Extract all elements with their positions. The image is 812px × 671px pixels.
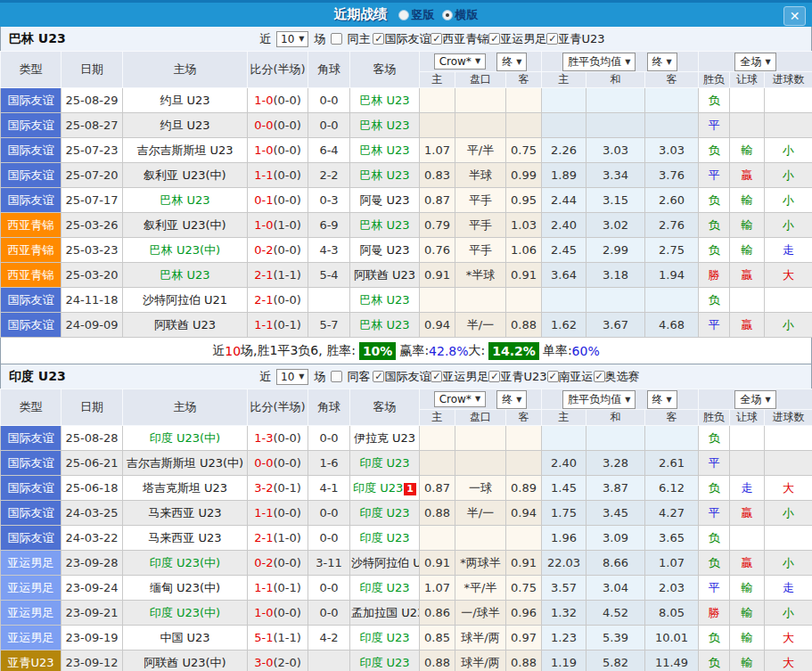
fulltime-select[interactable]: 全场▼ (734, 53, 775, 71)
wdl-time-select[interactable]: 终▼ (647, 53, 677, 71)
handicap-line: 平手 (455, 238, 506, 263)
same-venue-label: 同客 (347, 369, 370, 385)
handicap-time-select[interactable]: 终▼ (496, 53, 527, 71)
close-button[interactable]: ✕ (783, 6, 806, 26)
avg-home-odds: 3.57 (542, 576, 586, 601)
corner-cell: 0-0 (308, 601, 350, 626)
table-row: 西亚青锦25-03-23巴林 U23(中)0-2(0-0)4-3阿曼 U230.… (1, 238, 812, 263)
handicap-result-cell: 贏 (730, 163, 765, 188)
avg-draw-odds: 3.02 (586, 213, 645, 238)
avg-home-odds: 1.75 (542, 501, 586, 526)
result-cell: 负 (699, 476, 730, 501)
match-type-badge: 西亚青锦 (1, 213, 62, 238)
bookmaker-select[interactable]: Crow*▼ (434, 391, 486, 407)
horizontal-layout-label: 横版 (455, 7, 479, 23)
home-team-cell: 马来西亚 U23 (123, 501, 248, 526)
table-row: 国际友谊25-06-18塔吉克斯坦 U233-2(0-1)4-1印度 U2310… (1, 476, 812, 501)
competition-checkbox[interactable]: ✓ (373, 371, 384, 382)
competition-checkbox[interactable]: ✓ (373, 33, 384, 45)
fulltime-select[interactable]: 全场▼ (734, 390, 775, 409)
away-team-cell: 沙特阿拉伯 U23 (350, 551, 420, 576)
handicap-away-odds: 0.75 (506, 138, 542, 163)
halftime-score: (0-0) (273, 456, 300, 470)
avg-draw-odds (586, 88, 645, 113)
halftime-score: (2-0) (273, 656, 300, 669)
date-cell: 23-09-24 (62, 576, 123, 601)
competition-checkbox[interactable]: ✓ (488, 33, 500, 45)
match-type-badge: 国际友谊 (1, 451, 62, 476)
goals-result-cell (765, 426, 812, 451)
match-type-badge: 国际友谊 (1, 288, 62, 313)
sub-col-ah-away: 客 (506, 72, 542, 88)
fulltime-score: 2-1 (254, 293, 273, 307)
competition-checkbox[interactable]: ✓ (547, 371, 559, 382)
horizontal-layout-radio[interactable] (442, 10, 453, 20)
handicap-line: 半/一 (455, 313, 506, 338)
match-type-badge: 西亚青锦 (1, 238, 62, 263)
avg-away-odds: 2.76 (645, 213, 699, 238)
score-cell: 1-1(0-1) (248, 576, 308, 601)
away-team-cell: 阿曼 U23 (350, 238, 420, 263)
handicap-line: *两球半 (455, 551, 506, 576)
same-venue-checkbox[interactable] (331, 33, 342, 45)
halftime-score: (0-0) (273, 143, 300, 157)
red-card-badge: 1 (404, 483, 416, 495)
score-cell: 2-1(1-1) (248, 263, 308, 288)
avg-draw-odds: 3.15 (586, 188, 645, 213)
competition-checkbox[interactable]: ✓ (488, 371, 500, 382)
home-team-cell: 印度 U23(中) (123, 426, 248, 451)
date-cell: 25-07-17 (62, 188, 123, 213)
vertical-layout-radio[interactable] (398, 10, 409, 20)
home-team-cell: 印度 U23(中) (123, 551, 248, 576)
competition-checkbox[interactable]: ✓ (546, 33, 558, 45)
fulltime-score: 3-2 (254, 481, 273, 495)
avg-away-odds: 3.76 (645, 163, 699, 188)
handicap-home-odds (420, 288, 455, 313)
avg-home-odds: 1.62 (542, 313, 586, 338)
competition-label: 奥选赛 (605, 369, 640, 385)
avg-home-odds (542, 288, 586, 313)
date-cell: 25-06-18 (62, 476, 123, 501)
matches-table: 类型 日期 主场 比分(半场) 角球 客场 Crow*▼ 终▼ 胜平负均值▼ 终… (0, 389, 812, 671)
handicap-away-odds: 0.88 (506, 651, 542, 671)
wdl-group-header: 胜平负均值▼ 终▼ (542, 52, 699, 72)
fulltime-score: 1-1 (254, 168, 273, 182)
sub-col-ah-line: 盘口 (455, 72, 506, 88)
competition-label: 亚运男足 (442, 369, 488, 385)
result-cell: 负 (699, 426, 730, 451)
avg-draw-odds: 5.39 (586, 626, 645, 651)
halftime-score: (1-1) (273, 631, 300, 644)
wdl-time-select[interactable]: 终▼ (647, 390, 677, 409)
near-label: 近 (259, 369, 271, 385)
wdl-avg-select[interactable]: 胜平负均值▼ (562, 53, 636, 71)
wdl-avg-select[interactable]: 胜平负均值▼ (562, 390, 636, 409)
halftime-score: (1-0) (273, 218, 300, 232)
result-cell: 负 (699, 288, 730, 313)
handicap-home-odds: 0.86 (420, 601, 455, 626)
competition-checkbox[interactable]: ✓ (431, 33, 442, 45)
chevron-down-icon: ▼ (475, 57, 480, 65)
handicap-line: 平手 (455, 188, 506, 213)
away-team-cell: 印度 U23 (350, 501, 420, 526)
match-count-select[interactable]: 10 ▼ (276, 31, 308, 47)
goals-result-cell: 走 (765, 238, 812, 263)
halftime-score: (0-0) (273, 293, 300, 307)
avg-home-odds: 1.96 (542, 526, 586, 551)
date-cell: 25-08-27 (62, 113, 123, 138)
handicap-home-odds: 0.79 (420, 213, 455, 238)
handicap-home-odds: 0.85 (420, 626, 455, 651)
chevron-down-icon: ▼ (299, 370, 304, 384)
avg-home-odds: 1.32 (542, 601, 586, 626)
handicap-away-odds (506, 113, 542, 138)
avg-away-odds: 1.07 (645, 551, 699, 576)
summary-segment: 10 (225, 344, 241, 358)
handicap-time-select[interactable]: 终▼ (496, 390, 527, 409)
match-count-select[interactable]: 10 ▼ (276, 369, 308, 385)
halftime-score: (0-1) (273, 581, 300, 594)
avg-draw-odds: 8.66 (586, 551, 645, 576)
same-venue-checkbox[interactable] (331, 371, 342, 382)
bookmaker-select[interactable]: Crow*▼ (434, 53, 486, 70)
competition-checkbox[interactable]: ✓ (431, 371, 442, 382)
competition-checkbox[interactable]: ✓ (594, 371, 605, 382)
match-type-badge: 亚运男足 (1, 551, 62, 576)
